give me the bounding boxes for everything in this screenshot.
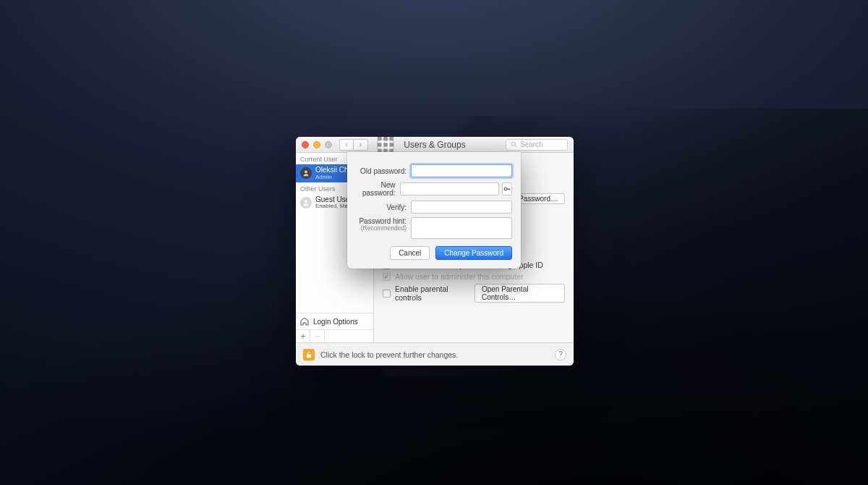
lock-button[interactable] (303, 349, 315, 360)
titlebar: ‹ › Users & Groups Search (296, 137, 574, 153)
svg-rect-5 (390, 143, 394, 147)
svg-point-12 (305, 201, 307, 203)
help-button[interactable]: ? (555, 349, 566, 360)
svg-rect-1 (383, 137, 388, 141)
search-placeholder: Search (520, 140, 543, 148)
show-all-button[interactable] (377, 139, 394, 151)
password-hint-label: Password hint: (Recommended) (356, 217, 411, 232)
lock-open-icon (305, 351, 312, 358)
traffic-lights (302, 141, 332, 148)
login-options-label: Login Options (313, 318, 358, 326)
svg-rect-0 (378, 137, 382, 141)
svg-rect-2 (390, 137, 394, 141)
password-hint-input[interactable] (411, 217, 512, 239)
nav-segmented: ‹ › (339, 139, 368, 151)
add-remove-bar: ＋ － (296, 329, 373, 342)
verify-password-label: Verify: (356, 203, 411, 211)
open-parental-controls-button[interactable]: Open Parental Controls… (475, 284, 565, 303)
confirm-change-password-button[interactable]: Change Password (435, 246, 512, 260)
svg-point-11 (305, 171, 307, 174)
cancel-button[interactable]: Cancel (390, 246, 430, 260)
zoom-button (325, 141, 332, 148)
footer: Click the lock to prevent further change… (296, 342, 574, 366)
allow-admin-label: Allow user to administer this computer (395, 272, 523, 281)
svg-point-9 (511, 142, 515, 146)
password-assistant-button[interactable] (502, 182, 512, 195)
svg-rect-13 (307, 354, 311, 358)
minimize-button[interactable] (313, 141, 320, 148)
change-password-sheet: Old password: New password: Verify: Pass… (347, 152, 521, 269)
avatar (300, 197, 312, 208)
old-password-label: Old password: (356, 167, 411, 175)
allow-admin-checkbox: ✓ (383, 273, 391, 281)
lock-hint-text: Click the lock to prevent further change… (320, 350, 458, 359)
person-icon (302, 169, 310, 177)
close-button[interactable] (302, 141, 309, 148)
svg-point-14 (504, 187, 507, 190)
grid-icon (378, 137, 393, 153)
login-options-button[interactable]: Login Options (296, 313, 373, 329)
svg-line-10 (515, 146, 516, 147)
search-field[interactable]: Search (506, 139, 568, 151)
new-password-input[interactable] (400, 182, 499, 195)
forward-button[interactable]: › (354, 139, 368, 151)
parental-controls-label: Enable parental controls (395, 284, 470, 302)
svg-rect-4 (383, 143, 388, 147)
old-password-input[interactable] (411, 164, 512, 177)
user-role: Enabled, Mar (315, 203, 352, 209)
verify-password-input[interactable] (411, 201, 512, 214)
new-password-label: New password: (356, 181, 400, 197)
remove-user-button: － (310, 330, 325, 342)
house-icon (300, 317, 309, 326)
search-icon (511, 141, 517, 148)
svg-rect-3 (378, 143, 382, 147)
add-user-button[interactable]: ＋ (296, 330, 310, 342)
key-icon (503, 185, 511, 193)
back-button[interactable]: ‹ (339, 139, 354, 151)
avatar (300, 167, 312, 179)
parental-controls-checkbox[interactable] (383, 290, 391, 298)
person-icon (302, 199, 310, 206)
